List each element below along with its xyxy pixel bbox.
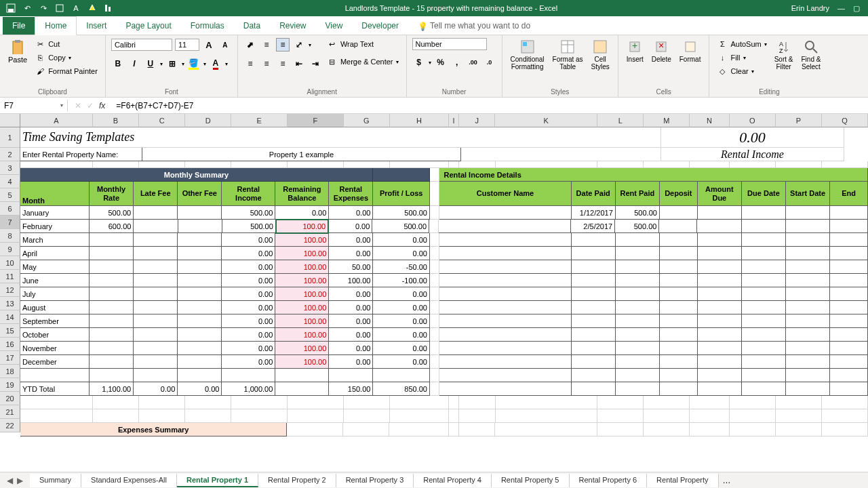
- sheet-tab-rental-property-6[interactable]: Rental Property 6: [570, 474, 648, 487]
- date-cell[interactable]: [572, 260, 616, 274]
- exp-cell[interactable]: 0.00: [329, 287, 373, 301]
- cell[interactable]: [730, 423, 776, 436]
- income-cell[interactable]: 0.00: [222, 342, 275, 355]
- cell[interactable]: [496, 409, 598, 423]
- cell[interactable]: [495, 423, 597, 436]
- end-cell[interactable]: [830, 220, 868, 233]
- cell[interactable]: [830, 369, 868, 382]
- duedate-cell[interactable]: [742, 342, 786, 355]
- duedate-cell[interactable]: [742, 328, 786, 342]
- cell[interactable]: [430, 355, 439, 369]
- cell[interactable]: [430, 168, 439, 182]
- hdr-start-date[interactable]: Start Date: [786, 182, 830, 206]
- align-middle-button[interactable]: ≡: [260, 38, 273, 52]
- row-header-3[interactable]: 3: [0, 161, 20, 175]
- row-header-9[interactable]: 9: [0, 243, 20, 256]
- late-cell[interactable]: [134, 206, 178, 220]
- start-cell[interactable]: [786, 247, 830, 260]
- cell[interactable]: [742, 382, 786, 396]
- number-format-combo[interactable]: [412, 38, 487, 50]
- rate-cell[interactable]: [90, 260, 134, 274]
- other-cell[interactable]: [178, 220, 222, 233]
- cell[interactable]: [439, 382, 571, 396]
- col-header-Q[interactable]: Q: [822, 114, 868, 127]
- late-cell[interactable]: [134, 260, 178, 274]
- cell[interactable]: [730, 161, 776, 168]
- tab-file[interactable]: File: [3, 17, 35, 35]
- cell[interactable]: [698, 382, 742, 396]
- income-cell[interactable]: 0.00: [222, 274, 275, 287]
- due-cell[interactable]: [698, 342, 742, 355]
- exp-cell[interactable]: 50.00: [329, 260, 373, 274]
- cell[interactable]: [373, 369, 430, 382]
- qat-icon-3[interactable]: [87, 3, 98, 14]
- col-header-J[interactable]: J: [459, 114, 496, 127]
- row-header-11[interactable]: 11: [0, 270, 20, 283]
- month-cell[interactable]: June: [20, 274, 90, 287]
- due-cell[interactable]: [698, 314, 742, 328]
- dep-cell[interactable]: [660, 247, 698, 260]
- start-cell[interactable]: [786, 301, 830, 314]
- cell[interactable]: [134, 369, 178, 382]
- col-header-O[interactable]: O: [730, 114, 776, 127]
- font-name-combo[interactable]: [111, 39, 172, 51]
- cell[interactable]: [776, 396, 822, 409]
- balance-cell[interactable]: 100.00: [275, 287, 329, 301]
- start-cell[interactable]: [786, 287, 830, 301]
- rate-cell[interactable]: [90, 301, 134, 314]
- cell[interactable]: [449, 396, 459, 409]
- pl-cell[interactable]: 0.00: [373, 328, 430, 342]
- sheet-tab-rental-property-1[interactable]: Rental Property 1: [177, 474, 258, 487]
- hdr-end[interactable]: End: [830, 182, 868, 206]
- clear-button[interactable]: ◇Clear ▾: [715, 65, 768, 77]
- month-cell[interactable]: March: [20, 233, 90, 247]
- balance-cell[interactable]: 0.00: [275, 206, 329, 220]
- col-header-N[interactable]: N: [690, 114, 729, 127]
- rate-cell[interactable]: [90, 314, 134, 328]
- exp-cell[interactable]: 0.00: [329, 355, 373, 369]
- cust-cell[interactable]: [439, 274, 571, 287]
- exp-cell[interactable]: 0.00: [329, 342, 373, 355]
- paid-cell[interactable]: [616, 233, 660, 247]
- month-cell[interactable]: October: [20, 328, 90, 342]
- cell[interactable]: [449, 409, 459, 423]
- cell[interactable]: [776, 423, 822, 436]
- balance-cell[interactable]: 100.00: [275, 274, 329, 287]
- cell[interactable]: [449, 423, 459, 436]
- align-top-button[interactable]: ⬈: [243, 38, 257, 52]
- comma-button[interactable]: ,: [450, 56, 464, 69]
- cell[interactable]: [572, 382, 616, 396]
- rate-cell[interactable]: [90, 233, 134, 247]
- autosum-button[interactable]: ΣAutoSum ▾: [715, 38, 768, 50]
- dep-cell[interactable]: [660, 342, 698, 355]
- balance-cell[interactable]: 100.00: [275, 219, 329, 234]
- balance-cell[interactable]: 100.00: [275, 247, 329, 260]
- paid-cell[interactable]: [616, 247, 660, 260]
- month-cell[interactable]: September: [20, 314, 90, 328]
- tab-developer[interactable]: Developer: [352, 17, 408, 35]
- dep-cell[interactable]: [660, 233, 698, 247]
- end-cell[interactable]: [830, 301, 868, 314]
- month-cell[interactable]: July: [20, 287, 90, 301]
- formula-input[interactable]: =F6+(B7+C7+D7)-E7: [112, 100, 868, 112]
- dep-cell[interactable]: [660, 328, 698, 342]
- tab-page-layout[interactable]: Page Layout: [116, 17, 180, 35]
- sheet-tab-summary[interactable]: Summary: [30, 474, 81, 487]
- cell[interactable]: [496, 396, 598, 409]
- sheet-tab-standard-expenses-all[interactable]: Standard Expenses-All: [81, 474, 177, 487]
- income-cell[interactable]: 500.00: [222, 206, 275, 220]
- late-cell[interactable]: [134, 247, 178, 260]
- cell[interactable]: [390, 409, 450, 423]
- cust-cell[interactable]: [439, 260, 571, 274]
- income-cell[interactable]: 500.00: [222, 220, 276, 233]
- exp-cell[interactable]: 0.00: [329, 247, 373, 260]
- row-header-21[interactable]: 21: [0, 405, 20, 419]
- end-cell[interactable]: [830, 328, 868, 342]
- undo-icon[interactable]: ↶: [22, 3, 33, 14]
- col-header-L[interactable]: L: [597, 114, 644, 127]
- exp-cell[interactable]: 100.00: [329, 274, 373, 287]
- sheet-tab-rental-property[interactable]: Rental Property: [647, 474, 718, 487]
- cell[interactable]: [690, 396, 729, 409]
- row-header-19[interactable]: 19: [0, 378, 20, 392]
- dep-cell[interactable]: [660, 287, 698, 301]
